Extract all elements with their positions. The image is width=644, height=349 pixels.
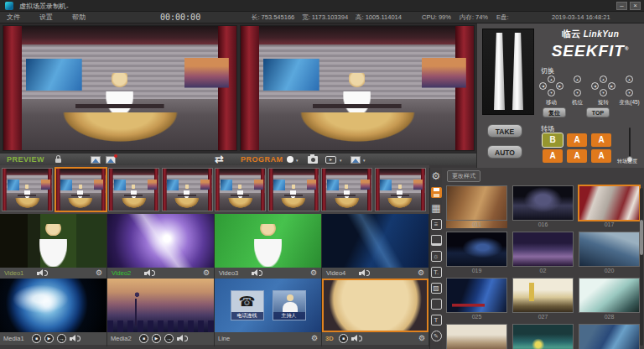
media1-thumbnail[interactable] — [0, 279, 106, 332]
stop-button[interactable]: ■ — [32, 334, 41, 343]
scene-thumbnail[interactable] — [446, 324, 507, 349]
scene-image[interactable] — [446, 232, 507, 267]
preview-monitor[interactable] — [3, 25, 237, 151]
left-arrow-button[interactable]: ◀ — [539, 82, 547, 90]
right-arrow-button[interactable]: ▶ — [608, 82, 615, 90]
gear-icon[interactable]: ⚙ — [311, 335, 318, 342]
edit-icon[interactable]: ✎ — [431, 331, 442, 341]
gear-icon[interactable]: ⚙ — [203, 269, 210, 277]
scene-thumbnail[interactable] — [579, 324, 640, 349]
camera-icon[interactable] — [308, 156, 318, 164]
transition-button[interactable]: A — [567, 133, 587, 147]
menu-file[interactable]: 文件 — [7, 13, 20, 22]
menu-settings[interactable]: 设置 — [39, 13, 53, 22]
menu-help[interactable]: 帮助 — [72, 13, 86, 22]
line-thumbnail[interactable]: ☎ 电话连线 主持人 — [215, 279, 321, 332]
light-icon[interactable]: ☼ — [431, 251, 442, 262]
scene-thumbnail[interactable]: 027 — [512, 278, 574, 320]
change-style-button[interactable]: 更改样式 — [447, 170, 480, 182]
image-icon[interactable]: ▨ — [431, 283, 442, 294]
frame-icon[interactable] — [431, 299, 442, 310]
transition-button[interactable]: B — [543, 133, 563, 147]
up-arrow-button[interactable]: ▲ — [600, 76, 607, 83]
scene-thumbnail[interactable]: 017 — [579, 185, 640, 228]
lock-icon[interactable] — [55, 159, 61, 163]
scene-image[interactable] — [446, 278, 507, 313]
stream-output-icon[interactable]: ▸ — [325, 156, 336, 164]
speaker-icon[interactable] — [252, 269, 263, 277]
scene-image[interactable] — [579, 185, 640, 221]
loop-button[interactable]: → — [57, 334, 66, 343]
scene-thumbnail[interactable]: 025 — [446, 278, 507, 320]
top-button[interactable]: TOP — [586, 107, 610, 117]
speaker-icon[interactable] — [351, 335, 363, 342]
scene-image[interactable] — [512, 232, 574, 267]
scene-image[interactable] — [512, 278, 574, 313]
loop-button[interactable]: → — [164, 334, 174, 343]
camera-angle-thumbnail[interactable] — [215, 168, 266, 211]
save-icon[interactable] — [431, 187, 442, 198]
subtitle-icon[interactable]: T. — [431, 267, 442, 278]
scrollbar-thumb[interactable] — [640, 220, 643, 255]
transition-button[interactable]: A — [567, 149, 587, 163]
camera-angle-thumbnail[interactable] — [375, 168, 426, 211]
t-bar-blade[interactable] — [494, 33, 505, 110]
video3-thumbnail[interactable] — [215, 214, 321, 268]
down-arrow-button[interactable]: ▼ — [548, 89, 555, 96]
take-button[interactable]: TAKE — [487, 124, 522, 138]
host-chip[interactable]: 主持人 — [273, 290, 306, 320]
scene-thumbnail[interactable] — [512, 324, 574, 349]
scene-image[interactable] — [512, 185, 574, 221]
snapshot-alert-icon[interactable] — [106, 156, 116, 164]
playlist-icon[interactable]: ≡ — [431, 219, 442, 230]
record-icon[interactable] — [287, 156, 293, 163]
swap-icon[interactable]: ⇄ — [215, 153, 224, 165]
play-button[interactable]: ▶ — [44, 334, 54, 343]
up-arrow-button[interactable]: ▲ — [574, 76, 581, 83]
scene3d-thumbnail[interactable] — [322, 279, 428, 332]
program-monitor[interactable] — [240, 25, 475, 151]
text-icon[interactable]: T — [431, 315, 442, 326]
down-arrow-button[interactable]: ▼ — [600, 89, 607, 96]
video1-thumbnail[interactable] — [0, 214, 106, 268]
down-arrow-button[interactable]: ▼ — [626, 89, 633, 96]
camera-angle-thumbnail[interactable] — [2, 168, 53, 211]
gear-icon[interactable]: ⚙ — [96, 269, 102, 277]
image-output-icon[interactable] — [351, 156, 361, 164]
scene-image[interactable] — [446, 185, 507, 221]
video4-thumbnail[interactable] — [322, 214, 428, 268]
stop-button[interactable]: ■ — [139, 334, 148, 343]
monitor-icon[interactable] — [431, 235, 442, 246]
scene-image[interactable] — [512, 324, 574, 349]
speaker-icon[interactable] — [144, 269, 156, 277]
settings-icon[interactable]: ⚙ — [431, 171, 442, 182]
transition-button[interactable]: A — [591, 149, 611, 163]
camera-angle-thumbnail[interactable] — [108, 168, 159, 211]
minimize-button[interactable]: – — [616, 2, 627, 10]
left-arrow-button[interactable]: ◀ — [591, 82, 599, 90]
scene-thumbnail[interactable]: 016 — [512, 185, 574, 228]
gear-icon[interactable]: ⚙ — [418, 269, 424, 277]
down-arrow-button[interactable]: ▼ — [574, 89, 581, 96]
stop-button[interactable]: ■ — [339, 334, 348, 343]
camera-angle-thumbnail[interactable] — [268, 168, 319, 211]
transition-button[interactable]: A — [543, 149, 563, 163]
transition-button[interactable]: A — [591, 133, 611, 147]
speaker-icon[interactable] — [70, 335, 81, 342]
video2-thumbnail[interactable] — [107, 214, 214, 268]
camera-angle-thumbnail[interactable] — [162, 168, 213, 211]
phone-line-chip[interactable]: ☎ 电话连线 — [231, 290, 264, 320]
auto-button[interactable]: AUTO — [487, 145, 522, 159]
scene-image[interactable] — [579, 278, 640, 313]
up-arrow-button[interactable]: ▲ — [548, 76, 555, 83]
gear-icon[interactable]: ⚙ — [418, 335, 425, 342]
media2-thumbnail[interactable] — [107, 279, 214, 332]
grid-icon[interactable]: ▦ — [431, 203, 442, 214]
scene-thumbnail[interactable]: 019 — [446, 232, 507, 274]
right-arrow-button[interactable]: ▶ — [556, 82, 564, 90]
scene-thumbnail[interactable]: 020 — [579, 232, 640, 274]
gear-icon[interactable]: ⚙ — [310, 269, 317, 277]
t-bar-blade[interactable] — [512, 33, 523, 110]
camera-angle-thumbnail[interactable] — [321, 168, 372, 211]
scrollbar[interactable] — [640, 188, 643, 346]
